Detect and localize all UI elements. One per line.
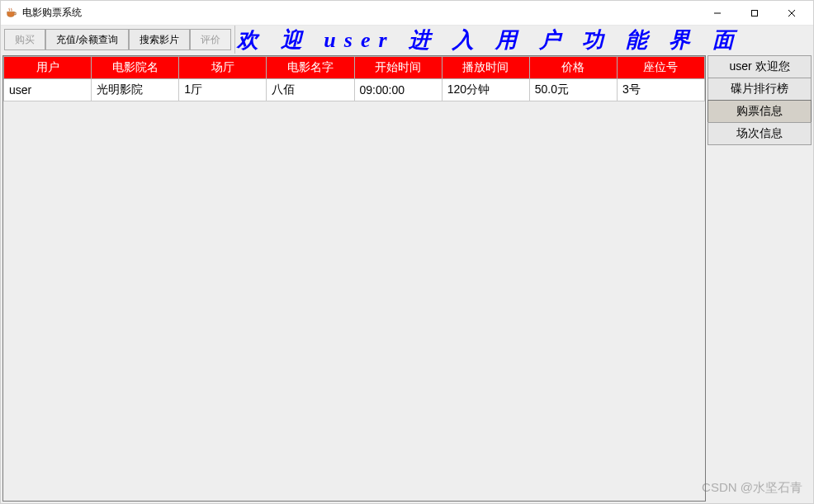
side-panel: user 欢迎您 碟片排行榜 购票信息 场次信息 [708, 55, 812, 502]
review-button[interactable]: 评价 [190, 29, 231, 50]
col-start-time[interactable]: 开始时间 [354, 57, 442, 79]
cell-user[interactable]: user [4, 79, 92, 101]
col-seat[interactable]: 座位号 [617, 57, 704, 79]
svg-rect-1 [751, 10, 757, 16]
ticket-table: 用户 电影院名 场厅 电影名字 开始时间 播放时间 价格 座位号 user [3, 56, 705, 101]
sidebar-ticket-info[interactable]: 购票信息 [708, 100, 812, 123]
col-user[interactable]: 用户 [4, 57, 92, 79]
titlebar: 电影购票系统 [1, 1, 813, 26]
cell-duration[interactable]: 120分钟 [442, 79, 529, 101]
table-panel: 用户 电影院名 场厅 电影名字 开始时间 播放时间 价格 座位号 user [2, 55, 706, 502]
cell-start-time[interactable]: 09:00:00 [354, 79, 442, 101]
table-header-row: 用户 电影院名 场厅 电影名字 开始时间 播放时间 价格 座位号 [4, 57, 705, 79]
sidebar-welcome[interactable]: user 欢迎您 [708, 55, 812, 78]
cell-seat[interactable]: 3号 [617, 79, 704, 101]
table-row[interactable]: user 光明影院 1厅 八佰 09:00:00 120分钟 50.0元 3号 [4, 79, 705, 101]
minimize-button[interactable] [698, 2, 736, 25]
cell-cinema[interactable]: 光明影院 [92, 79, 179, 101]
cell-hall[interactable]: 1厅 [179, 79, 267, 101]
window-title: 电影购票系统 [22, 6, 82, 20]
maximize-button[interactable] [736, 2, 773, 25]
app-window: 电影购票系统 购买 充值/余额查询 搜索影片 评价 欢 迎 user 进 入 用… [0, 0, 814, 504]
close-button[interactable] [773, 2, 810, 25]
sidebar-ranking[interactable]: 碟片排行榜 [708, 78, 812, 101]
cell-price[interactable]: 50.0元 [529, 79, 617, 101]
content-area: 购买 充值/余额查询 搜索影片 评价 欢 迎 user 进 入 用 户 功 能 … [1, 26, 813, 503]
toolbar-row: 购买 充值/余额查询 搜索影片 评价 欢 迎 user 进 入 用 户 功 能 … [1, 26, 813, 54]
cell-movie[interactable]: 八佰 [267, 79, 354, 101]
col-cinema[interactable]: 电影院名 [92, 57, 179, 79]
col-price[interactable]: 价格 [529, 57, 617, 79]
col-hall[interactable]: 场厅 [179, 57, 267, 79]
search-movie-button[interactable]: 搜索影片 [129, 29, 190, 50]
recharge-button[interactable]: 充值/余额查询 [45, 29, 129, 50]
buy-button[interactable]: 购买 [4, 29, 45, 50]
col-movie[interactable]: 电影名字 [267, 57, 354, 79]
col-duration[interactable]: 播放时间 [442, 57, 529, 79]
sidebar-session-info[interactable]: 场次信息 [708, 122, 812, 145]
main-area: 用户 电影院名 场厅 电影名字 开始时间 播放时间 价格 座位号 user [1, 54, 813, 503]
welcome-banner: 欢 迎 user 进 入 用 户 功 能 界 面 [234, 26, 813, 54]
java-cup-icon [4, 7, 17, 20]
toolbar-buttons: 购买 充值/余额查询 搜索影片 评价 [1, 26, 234, 54]
